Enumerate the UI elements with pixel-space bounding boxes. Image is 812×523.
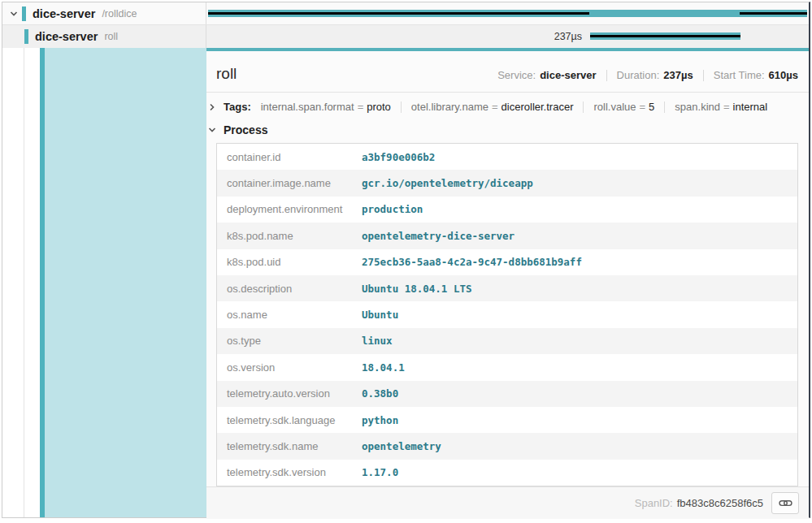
process-value: gcr.io/opentelemetry/diceapp [362,177,533,189]
table-row: telemetry.auto.version0.38b0 [217,381,797,407]
service-name: dice-server [35,30,98,43]
process-key: container.id [227,151,362,163]
duration-value: 237µs [663,69,693,81]
span-tree-gutter [2,48,206,517]
span-bar-area: 237µs [206,25,809,48]
chevron-down-icon[interactable] [206,125,218,135]
span-row-roll-selected[interactable]: dice-server roll 237µs [2,25,809,48]
process-value: opentelemetry-dice-server [362,230,515,242]
service-color-bar [24,29,28,44]
divider [401,102,402,113]
table-row: telemetry.sdk.nameopentelemetry [217,433,797,459]
equals-sign: = [354,101,367,113]
process-key: os.version [227,361,362,374]
process-heading: Process [224,123,267,136]
process-key: os.description [227,283,362,295]
process-key: telemetry.sdk.language [227,414,362,426]
process-table: container.ida3bf90e006b2 container.image… [216,143,798,486]
tag-key: otel.library.name [411,101,489,113]
tag-item: span.kind=internal [675,101,767,113]
spanid-label: SpanID: [635,497,673,509]
chevron-right-icon[interactable] [206,102,218,112]
table-row: deployment.environmentproduction [217,197,797,223]
tag-key: span.kind [675,101,720,113]
process-value: production [362,203,423,215]
chevron-down-icon[interactable] [8,9,20,19]
process-key: telemetry.auto.version [227,387,362,400]
table-row: telemetry.sdk.version1.17.0 [217,460,797,486]
table-row: os.typelinux [217,328,797,354]
selected-span-fill [45,48,206,517]
process-value: Ubuntu 18.04.1 LTS [362,283,471,295]
indent-guides [2,48,40,517]
duration-label: Duration: [617,69,660,81]
process-key: telemetry.sdk.version [227,466,362,478]
divider [583,102,584,113]
process-value: opentelemetry [362,440,441,452]
span-title: roll [216,65,237,83]
tag-value: proto [367,101,391,113]
process-key: deployment.environment [227,203,362,215]
divider [664,102,665,113]
tag-item: internal.span.format=proto [261,101,391,113]
process-table-wrap: container.ida3bf90e006b2 container.image… [206,143,809,486]
span-row-rolldice[interactable]: dice-server /rolldice [2,2,809,25]
divider [703,70,704,81]
table-row: container.ida3bf90e006b2 [217,144,797,170]
table-row: os.nameUbuntu [217,301,797,327]
process-value: a3bf90e006b2 [362,151,435,163]
service-label: Service: [497,69,536,81]
tag-key: internal.span.format [261,101,354,113]
start-time-value: 610µs [769,69,798,81]
detail-meta: Service: dice-server Duration: 237µs Sta… [497,69,798,81]
tags-heading: Tags: [224,101,251,113]
span-detail-panel: roll Service: dice-server Duration: 237µ… [206,48,809,517]
process-section-toggle[interactable]: Process [206,120,809,143]
tag-item: otel.library.name=diceroller.tracer [411,101,574,113]
operation-name: /rolldice [102,8,137,19]
process-value: 275ecb36-5aa8-4c2a-9c47-d8bb681b9aff [362,256,582,268]
detail-footer: SpanID: fb483c8c6258f6c5 [206,486,809,519]
process-key: k8s.pod.name [227,230,362,242]
span-name-column[interactable]: dice-server roll [2,25,206,48]
process-value: 0.38b0 [362,387,398,400]
link-icon [779,497,792,509]
process-value: Ubuntu [362,309,398,321]
self-time-segment [590,35,740,37]
table-row: telemetry.sdk.languagepython [217,407,797,433]
start-time-label: Start Time: [714,69,765,81]
tag-key: roll.value [593,101,636,113]
span-duration-label: 237µs [554,31,582,42]
spanid-value: fb483c8c6258f6c5 [677,497,763,509]
divider [606,70,607,81]
tags-summary-row[interactable]: Tags: internal.span.format=proto otel.li… [206,93,809,120]
service-name: dice-server [33,7,95,20]
detail-header: roll Service: dice-server Duration: 237µ… [206,51,809,93]
process-key: os.name [227,309,362,321]
trace-timeline-view: dice-server /rolldice dice-server roll 2… [2,2,810,518]
table-row: k8s.pod.nameopentelemetry-dice-server [217,223,797,249]
self-time-segment [208,12,589,15]
process-key: os.type [227,335,362,347]
process-key: container.image.name [227,177,362,189]
service-color-bar [22,6,26,21]
span-name-column[interactable]: dice-server /rolldice [2,2,206,24]
process-key: telemetry.sdk.name [227,440,362,452]
deep-link-button[interactable] [771,492,799,514]
tag-value: internal [733,101,768,113]
process-key: k8s.pod.uid [227,256,362,268]
equals-sign: = [720,101,733,113]
span-rows: dice-server /rolldice dice-server roll 2… [2,2,809,48]
table-row: k8s.pod.uid275ecb36-5aa8-4c2a-9c47-d8bb6… [217,249,797,275]
table-row: os.descriptionUbuntu 18.04.1 LTS [217,275,797,301]
process-value: 1.17.0 [362,466,398,478]
table-row: os.version18.04.1 [217,354,797,380]
process-value: python [362,414,398,426]
span-bar-area [206,2,809,24]
tag-item: roll.value=5 [593,101,654,113]
detail-body: roll Service: dice-server Duration: 237µ… [2,48,809,517]
equals-sign: = [636,101,649,113]
span-bar-child[interactable] [590,32,740,40]
tag-value: 5 [649,101,654,113]
span-bar-parent[interactable] [208,10,807,17]
